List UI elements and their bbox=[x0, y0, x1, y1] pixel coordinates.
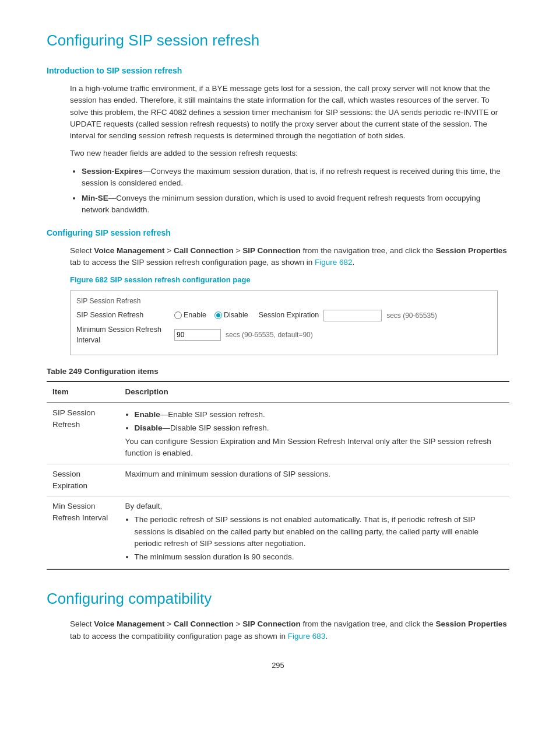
min-session-refresh-input[interactable] bbox=[174, 329, 221, 341]
table-row: Min Session Refresh Interval By default,… bbox=[47, 496, 509, 570]
item-session-expiration: Session Expiration bbox=[47, 464, 119, 496]
sip-session-refresh-box: SIP Session Refresh SIP Session Refresh … bbox=[70, 290, 498, 356]
table-row: SIP Session Refresh Enable—Enable SIP se… bbox=[47, 402, 509, 464]
session-expires-term: Session-Expires bbox=[82, 167, 143, 176]
figure-683-link[interactable]: Figure 683 bbox=[288, 632, 326, 640]
session-expiration-group: Session Expiration secs (90-65535) bbox=[259, 310, 437, 321]
config-paragraph: Select Voice Management > Call Connectio… bbox=[70, 245, 509, 269]
radio-disable-circle[interactable] bbox=[214, 312, 222, 319]
sip-row-2: Minimum Session Refresh Interval secs (9… bbox=[76, 324, 491, 346]
table-header-row: Item Description bbox=[47, 382, 509, 402]
figure-caption: Figure 682 SIP session refresh configura… bbox=[70, 274, 509, 286]
radio-enable-circle[interactable] bbox=[174, 312, 182, 319]
sip-row-1: SIP Session Refresh Enable Disable Sessi… bbox=[76, 310, 491, 321]
item-min-session-refresh: Min Session Refresh Interval bbox=[47, 496, 119, 570]
session-expires-desc: —Conveys the maximum session duration, t… bbox=[82, 167, 501, 187]
desc-session-expiration: Maximum and minimum session durations of… bbox=[119, 464, 509, 496]
session-expiration-input[interactable] bbox=[323, 310, 382, 321]
desc-sip-session-refresh: Enable—Enable SIP session refresh. Disab… bbox=[119, 402, 509, 464]
bullet-session-expires: Session-Expires—Conveys the maximum sess… bbox=[82, 166, 509, 190]
intro-bullets: Session-Expires—Conveys the maximum sess… bbox=[82, 166, 509, 216]
configuration-table: Item Description SIP Session Refresh Ena… bbox=[47, 381, 509, 570]
col-description: Description bbox=[119, 382, 509, 402]
sip-session-refresh-label: SIP Session Refresh bbox=[76, 310, 170, 321]
min-se-term: Min-SE bbox=[82, 194, 108, 202]
table-caption: Table 249 Configuration items bbox=[47, 366, 509, 377]
radio-disable[interactable]: Disable bbox=[214, 310, 248, 321]
session-expiration-hint: secs (90-65535) bbox=[386, 310, 437, 321]
figure-682-link[interactable]: Figure 682 bbox=[315, 258, 353, 267]
sip-radio-group: Enable Disable bbox=[174, 310, 248, 321]
intro-paragraph-2: Two new header fields are added to the s… bbox=[70, 148, 509, 159]
compat-title: Configuring compatibility bbox=[47, 587, 509, 610]
min-session-refresh-hint: secs (90-65535, default=90) bbox=[226, 330, 313, 340]
radio-enable[interactable]: Enable bbox=[174, 310, 206, 321]
intro-paragraph-1: In a high-volume traffic environment, if… bbox=[70, 83, 509, 142]
sip-box-title: SIP Session Refresh bbox=[76, 296, 491, 306]
min-se-desc: —Conveys the minimum session duration, w… bbox=[82, 194, 480, 214]
radio-enable-label: Enable bbox=[184, 310, 206, 321]
min-session-refresh-label: Minimum Session Refresh Interval bbox=[76, 324, 170, 346]
item-sip-session-refresh: SIP Session Refresh bbox=[47, 402, 119, 464]
session-expiration-label: Session Expiration bbox=[259, 310, 319, 321]
page-number: 295 bbox=[47, 660, 509, 671]
desc-min-session-refresh: By default, The periodic refresh of SIP … bbox=[119, 496, 509, 570]
page-title: Configuring SIP session refresh bbox=[47, 29, 509, 52]
table-row: Session Expiration Maximum and minimum s… bbox=[47, 464, 509, 496]
radio-disable-label: Disable bbox=[224, 310, 248, 321]
compat-paragraph: Select Voice Management > Call Connectio… bbox=[70, 618, 509, 642]
bullet-min-se: Min-SE—Conveys the minimum session durat… bbox=[82, 192, 509, 216]
section-heading-config: Configuring SIP session refresh bbox=[47, 227, 509, 239]
section-heading-intro: Introduction to SIP session refresh bbox=[47, 65, 509, 77]
col-item: Item bbox=[47, 382, 119, 402]
